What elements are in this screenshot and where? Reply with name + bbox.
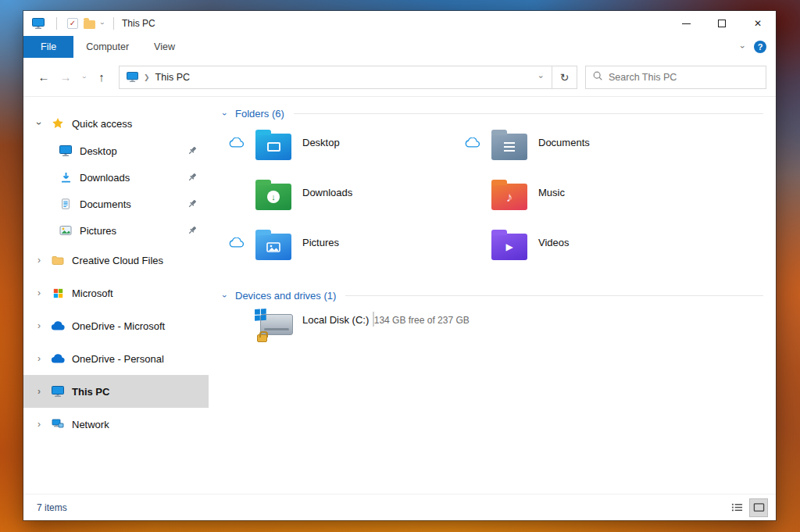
sidebar-item-onedrive-microsoft[interactable]: › OneDrive - Microsoft (23, 309, 209, 342)
desktop-folder-icon (255, 134, 291, 160)
navigation-toolbar: ← → › ↑ ❯ This PC › ↻ (23, 58, 776, 97)
folder-tile-documents[interactable]: Documents (465, 127, 701, 177)
sidebar-item-quick-access[interactable]: › Quick access (23, 109, 209, 137)
chevron-right-icon[interactable]: › (33, 386, 45, 397)
search-input[interactable] (609, 72, 759, 83)
folder-tile-videos[interactable]: ▶ Videos (465, 227, 701, 277)
separator (56, 17, 57, 30)
group-divider (294, 113, 763, 114)
sidebar-label: This PC (72, 386, 109, 398)
breadcrumb-chevron-icon: ❯ (144, 73, 150, 81)
chevron-down-icon[interactable]: › (220, 109, 230, 120)
this-pc-icon (126, 70, 138, 84)
forward-button[interactable]: → (55, 66, 77, 88)
sidebar-item-documents[interactable]: Documents (23, 191, 209, 217)
folder-tile-pictures[interactable]: Pictures (229, 227, 465, 277)
sidebar-item-creative-cloud-files[interactable]: › Creative Cloud Files (23, 244, 209, 277)
sidebar-item-downloads[interactable]: Downloads (23, 164, 209, 191)
address-bar[interactable]: ❯ This PC › (119, 66, 552, 89)
pictures-folder-icon (255, 234, 291, 260)
properties-check-icon[interactable]: ✓ (67, 18, 78, 29)
chevron-right-icon[interactable]: › (33, 353, 45, 364)
this-pc-icon (50, 385, 66, 398)
pin-icon (187, 225, 198, 236)
address-dropdown-button[interactable]: › (531, 66, 552, 88)
onedrive-icon (50, 352, 66, 366)
search-icon (592, 70, 603, 84)
file-explorer-window: ✓ › This PC ✕ File Computer View › ? ← →… (23, 11, 776, 520)
drive-free-space: 134 GB free of 237 GB (374, 315, 470, 326)
sidebar-item-network[interactable]: › Network (23, 408, 209, 441)
group-divider (345, 295, 763, 296)
new-folder-icon[interactable] (84, 20, 95, 29)
help-button[interactable]: ? (754, 41, 766, 53)
onedrive-sync-cloud-icon (229, 227, 255, 251)
customize-toolbar-chevron-icon[interactable]: › (98, 23, 106, 25)
navigation-pane: › Quick access Desktop Downloa (23, 97, 209, 494)
sidebar-item-pictures[interactable]: Pictures (23, 217, 209, 244)
chevron-right-icon[interactable]: › (33, 255, 45, 266)
folder-name: Desktop (302, 127, 340, 148)
sidebar-item-microsoft[interactable]: › Microsoft (23, 277, 209, 309)
folder-tile-desktop[interactable]: Desktop (229, 127, 465, 177)
chevron-right-icon[interactable]: › (33, 287, 45, 298)
details-view-button[interactable] (727, 498, 746, 517)
folder-tile-downloads[interactable]: ↓ Downloads (229, 177, 465, 227)
chevron-down-icon[interactable]: › (220, 291, 230, 302)
breadcrumb-location[interactable]: This PC (155, 72, 190, 83)
sidebar-label: Documents (80, 198, 131, 210)
expand-ribbon-chevron-icon[interactable]: › (738, 45, 748, 48)
bitlocker-unlock-icon (257, 334, 267, 342)
pictures-icon (58, 224, 73, 237)
hard-drive-icon (255, 311, 293, 341)
close-button[interactable]: ✕ (740, 11, 776, 36)
downloads-icon (58, 171, 73, 184)
folder-tile-music[interactable]: ♪ Music (465, 177, 701, 227)
folder-name: Videos (538, 227, 570, 248)
sidebar-label: Desktop (80, 145, 117, 157)
sidebar-item-onedrive-personal[interactable]: › OneDrive - Personal (23, 342, 209, 375)
large-icons-view-button[interactable] (749, 498, 768, 517)
recent-locations-chevron-icon[interactable]: › (77, 73, 91, 81)
sidebar-item-desktop[interactable]: Desktop (23, 137, 209, 164)
tab-computer[interactable]: Computer (73, 36, 141, 58)
sidebar-label: OneDrive - Personal (72, 353, 164, 365)
titlebar[interactable]: ✓ › This PC ✕ (23, 11, 776, 36)
chevron-down-icon[interactable]: › (34, 117, 45, 130)
pin-icon (187, 145, 198, 156)
downloads-folder-icon: ↓ (255, 184, 291, 210)
back-button[interactable]: ← (33, 66, 55, 88)
sidebar-label: Microsoft (72, 287, 113, 299)
sidebar-item-this-pc[interactable]: › This PC (23, 375, 209, 408)
folder-name: Music (538, 177, 565, 198)
folders-group-header[interactable]: › Folders (6) (220, 108, 763, 120)
sidebar-label: Pictures (80, 225, 116, 237)
tab-view[interactable]: View (141, 36, 188, 58)
drive-name: Local Disk (C:) (302, 314, 369, 326)
tab-file[interactable]: File (23, 36, 73, 58)
folder-name: Documents (538, 127, 590, 148)
sidebar-label: OneDrive - Microsoft (72, 320, 165, 332)
search-box[interactable] (585, 66, 766, 89)
sidebar-label: Quick access (72, 118, 132, 130)
group-title[interactable]: Folders (6) (235, 108, 284, 120)
up-button[interactable]: ↑ (91, 66, 112, 88)
devices-group-header[interactable]: › Devices and drives (1) (220, 290, 763, 302)
maximize-icon (718, 20, 726, 27)
sidebar-label: Creative Cloud Files (72, 255, 163, 266)
maximize-button[interactable] (704, 11, 740, 36)
breadcrumb[interactable]: ❯ This PC (120, 70, 196, 84)
network-icon (50, 418, 66, 431)
star-icon (50, 117, 66, 130)
chevron-right-icon[interactable]: › (33, 320, 45, 331)
chevron-right-icon[interactable]: › (33, 419, 45, 430)
drive-tile-local-disk-c[interactable]: Local Disk (C:) 134 GB free of 237 GB (255, 311, 763, 341)
microsoft-icon (50, 287, 66, 300)
item-count: 7 items (37, 502, 67, 513)
refresh-button[interactable]: ↻ (552, 66, 577, 89)
quick-access-toolbar: ✓ › (30, 17, 119, 30)
group-title[interactable]: Devices and drives (1) (235, 290, 336, 302)
ribbon-tabs: File Computer View › ? (23, 36, 776, 58)
minimize-button[interactable] (668, 11, 704, 36)
separator (113, 17, 114, 30)
